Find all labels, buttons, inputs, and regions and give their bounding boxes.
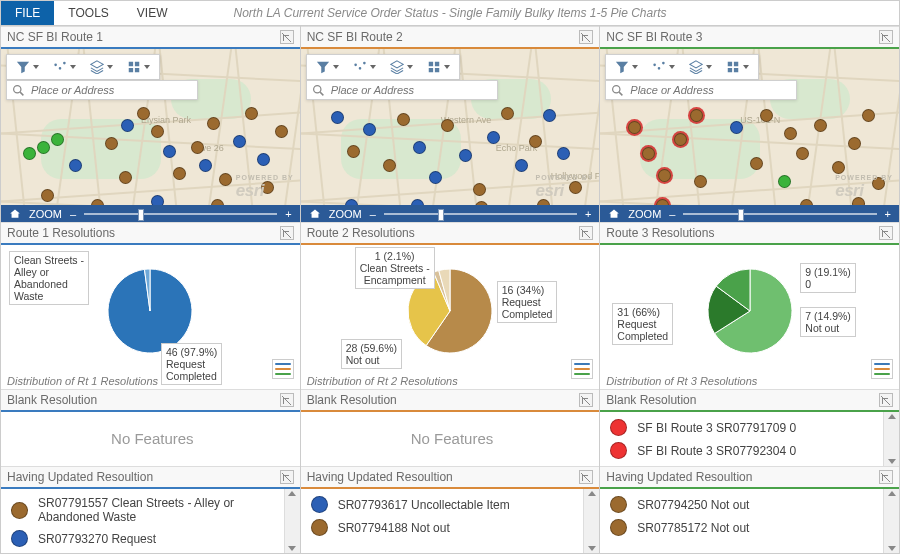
map-point[interactable] — [275, 125, 288, 138]
popout-icon[interactable] — [879, 30, 893, 44]
map-point[interactable] — [191, 141, 204, 154]
list-item[interactable]: SR07794250 Not out — [606, 493, 897, 516]
map-point[interactable] — [211, 199, 224, 205]
dots-tool[interactable] — [648, 58, 679, 76]
scroll-down-icon[interactable] — [888, 459, 896, 464]
zoom-out[interactable]: – — [70, 208, 76, 220]
map-point[interactable] — [475, 201, 488, 205]
funnel-tool[interactable] — [611, 58, 642, 76]
list-item[interactable]: SR07793270 Request — [7, 527, 298, 550]
map-point[interactable] — [345, 199, 358, 205]
map-point[interactable] — [429, 171, 442, 184]
map-point[interactable] — [529, 135, 542, 148]
map-point[interactable] — [163, 145, 176, 158]
list-item[interactable]: SR07785172 Not out — [606, 516, 897, 539]
map-point[interactable] — [105, 137, 118, 150]
scroll-up-icon[interactable] — [888, 414, 896, 419]
scroll-up-icon[interactable] — [288, 491, 296, 496]
legend-button[interactable] — [571, 359, 593, 379]
map-point[interactable] — [207, 117, 220, 130]
legend-button[interactable] — [272, 359, 294, 379]
map-point[interactable] — [137, 107, 150, 120]
search-input[interactable] — [29, 83, 192, 97]
map-point[interactable] — [119, 171, 132, 184]
dots-tool[interactable] — [349, 58, 380, 76]
scrollbar[interactable] — [284, 489, 300, 553]
map-point[interactable] — [363, 123, 376, 136]
scroll-up-icon[interactable] — [588, 491, 596, 496]
map-point[interactable] — [245, 107, 258, 120]
scroll-up-icon[interactable] — [888, 491, 896, 496]
scrollbar[interactable] — [883, 489, 899, 553]
map[interactable]: 5th StW 6th StWestern AveEcho ParkHollyw… — [301, 49, 600, 205]
search-input[interactable] — [329, 83, 492, 97]
home-icon[interactable] — [9, 208, 21, 219]
map-point[interactable] — [397, 113, 410, 126]
map-point[interactable] — [557, 147, 570, 160]
popout-icon[interactable] — [879, 226, 893, 240]
scroll-down-icon[interactable] — [288, 546, 296, 551]
map-point[interactable] — [51, 133, 64, 146]
map-point[interactable] — [199, 159, 212, 172]
map-point[interactable] — [121, 119, 134, 132]
dots-tool[interactable] — [49, 58, 80, 76]
home-icon[interactable] — [608, 208, 620, 219]
grid-tool[interactable] — [423, 58, 454, 76]
map-point[interactable] — [173, 167, 186, 180]
map-point[interactable] — [411, 199, 424, 205]
popout-icon[interactable] — [579, 470, 593, 484]
popout-icon[interactable] — [280, 226, 294, 240]
list-item[interactable]: SF BI Route 3 SR07792304 0 — [606, 439, 897, 462]
layers-tool[interactable] — [386, 58, 417, 76]
zoom-slider[interactable] — [683, 213, 876, 215]
map-point[interactable] — [383, 159, 396, 172]
funnel-tool[interactable] — [12, 58, 43, 76]
map-point[interactable] — [219, 173, 232, 186]
map-point[interactable] — [41, 189, 54, 202]
map-point[interactable] — [501, 107, 514, 120]
list-item[interactable]: SF BI Route 3 SR07791709 0 — [606, 416, 897, 439]
map-point[interactable] — [257, 153, 270, 166]
zoom-in[interactable]: + — [885, 208, 891, 220]
popout-icon[interactable] — [280, 393, 294, 407]
map-point[interactable] — [473, 183, 486, 196]
funnel-tool[interactable] — [312, 58, 343, 76]
zoom-in[interactable]: + — [285, 208, 291, 220]
list-item[interactable]: SR07793617 Uncollectable Item — [307, 493, 598, 516]
map-point[interactable] — [347, 145, 360, 158]
grid-tool[interactable] — [722, 58, 753, 76]
map-point[interactable] — [459, 149, 472, 162]
map-point[interactable] — [331, 111, 344, 124]
map-point[interactable] — [69, 159, 82, 172]
zoom-slider[interactable] — [384, 213, 577, 215]
scroll-down-icon[interactable] — [588, 546, 596, 551]
search-input[interactable] — [628, 83, 791, 97]
scrollbar[interactable] — [883, 412, 899, 466]
menu-view[interactable]: VIEW — [123, 1, 182, 25]
map-point[interactable] — [37, 141, 50, 154]
home-icon[interactable] — [309, 208, 321, 219]
menu-file[interactable]: FILE — [1, 1, 54, 25]
zoom-out[interactable]: – — [669, 208, 675, 220]
map-point[interactable] — [413, 141, 426, 154]
popout-icon[interactable] — [579, 30, 593, 44]
map-point[interactable] — [233, 135, 246, 148]
list-item[interactable]: SR07794188 Not out — [307, 516, 598, 539]
zoom-in[interactable]: + — [585, 208, 591, 220]
popout-icon[interactable] — [579, 226, 593, 240]
layers-tool[interactable] — [685, 58, 716, 76]
legend-button[interactable] — [871, 359, 893, 379]
popout-icon[interactable] — [280, 30, 294, 44]
scroll-down-icon[interactable] — [888, 546, 896, 551]
zoom-out[interactable]: – — [370, 208, 376, 220]
map-point[interactable] — [23, 147, 36, 160]
menu-tools[interactable]: TOOLS — [54, 1, 122, 25]
popout-icon[interactable] — [879, 393, 893, 407]
map[interactable]: Mount WashCypress StElysian ParkAve 26PO… — [1, 49, 300, 205]
scrollbar[interactable] — [583, 489, 599, 553]
popout-icon[interactable] — [280, 470, 294, 484]
zoom-slider[interactable] — [84, 213, 277, 215]
map-point[interactable] — [543, 109, 556, 122]
map-point[interactable] — [515, 159, 528, 172]
grid-tool[interactable] — [123, 58, 154, 76]
